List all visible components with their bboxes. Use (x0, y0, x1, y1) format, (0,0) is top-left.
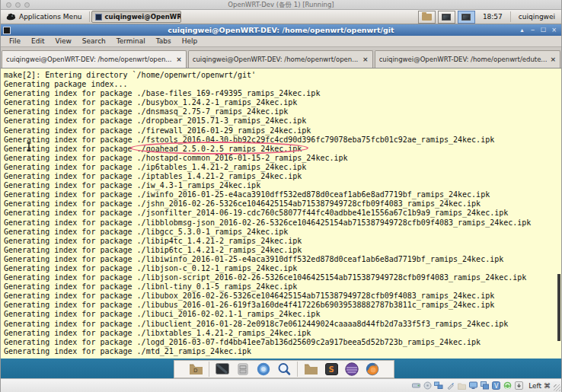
network-icon[interactable] (434, 381, 443, 390)
application-finder-icon[interactable] (276, 362, 292, 377)
tab-close-icon[interactable]: × (362, 56, 369, 63)
terminal-output-line: Generating index for package ./libip4tc_… (4, 237, 561, 246)
panel-user-menu[interactable]: cuiqingwei (513, 13, 561, 21)
terminal-output-line: Generating index for package ./libuclien… (4, 320, 561, 329)
terminal-output-line: Generating index for package ./libip6tc_… (4, 246, 561, 255)
resize-grip[interactable] (554, 384, 560, 391)
firefox-icon[interactable] (365, 362, 380, 377)
terminal-output-line: Generating index for package ./libgcc_5.… (4, 228, 561, 237)
terminal-output-line: Generating index for package ./mtd_21_ra… (4, 347, 561, 356)
display-icon (442, 14, 451, 21)
terminal-output-line: Generating index for package ./libuci_20… (4, 310, 561, 319)
vbox-statusbar: V Left ⌘ (1, 378, 561, 392)
terminal-output-line: Generating index for package ./iwinfo_20… (4, 190, 561, 199)
virtualization-features-icon[interactable]: V (491, 381, 500, 390)
documents-folder-icon[interactable]: D (188, 362, 203, 377)
terminal-tab[interactable]: cuiqingwei@OpenWRT-DEV: /home/openwrt/ed… (375, 50, 560, 68)
panel-clock[interactable]: 18:57 (475, 13, 509, 21)
menu-item[interactable]: Tabs (151, 36, 177, 47)
taskbar-window-button[interactable]: cuiqingwei@OpenWRT-... (91, 11, 181, 23)
shade-button[interactable]: ▴ (519, 24, 525, 36)
dock: D S (174, 360, 394, 378)
mouse-integration-icon[interactable] (503, 381, 512, 390)
terminal-launcher[interactable] (438, 11, 455, 24)
terminal-menubar: File Edit View Search Terminal Tabs Help (1, 36, 561, 47)
tab-label: cuiqingwei@OpenWRT-DEV: /home/openwrt/op… (193, 56, 359, 63)
chromium-browser-icon[interactable] (256, 362, 271, 377)
folder-icon (422, 14, 432, 21)
tab-close-icon[interactable]: × (550, 56, 556, 63)
terminal-tab[interactable]: cuiqingwei@OpenWRT-DEV: /home/openwrt/op… (188, 50, 373, 68)
display-icon[interactable] (468, 381, 477, 390)
terminal-output-line: Generating index for package ./jsonfilte… (4, 209, 561, 218)
keyboard-icon[interactable] (514, 381, 523, 390)
svg-text:V: V (494, 383, 499, 390)
applications-menu-button[interactable]: Applications Menu (1, 10, 88, 24)
terminal-output-line: Generating index for package ./iptables_… (4, 172, 561, 181)
panel-separator (89, 11, 90, 22)
terminal-output-line: Generating index for package ./libiwinfo… (4, 255, 561, 264)
menu-item[interactable]: Search (77, 36, 111, 47)
svg-text:D: D (193, 368, 197, 374)
terminal-output-line: Generating index for package ./busybox_1… (4, 98, 561, 107)
terminal-tabbar: cuiqingwei@OpenWRT-DEV: /home/openwrt/op… (1, 47, 561, 68)
terminal-output-line: Generating index for package ./dropbear_… (4, 116, 561, 126)
terminal-output-line: Generating index for package ./libxtable… (4, 329, 561, 338)
menu-item[interactable]: Edit (26, 36, 49, 47)
terminal-output-line: Generating index for package ./libubus_2… (4, 301, 561, 310)
terminal-output-line: Generating index for package ./ip6tables… (4, 163, 561, 172)
display-icon (461, 14, 471, 21)
dock-separator (297, 362, 298, 377)
menu-item[interactable]: Terminal (111, 36, 151, 47)
file-manager-launcher[interactable] (418, 11, 436, 24)
panel-separator (510, 11, 511, 22)
seamless-mode-icon[interactable] (480, 381, 489, 390)
terminal-output-line: Generating index for package ./dnsmasq_2… (4, 107, 561, 116)
terminal-output-line: Generating index for package ./firewall_… (4, 126, 561, 135)
maximize-button[interactable]: ☐ (540, 24, 547, 36)
minimize-button[interactable]: ‒ (529, 24, 536, 36)
terminal-titlebar[interactable]: cuiqingwei@OpenWRT-DEV: /home/openwrt/op… (1, 24, 561, 36)
archive-manager-icon[interactable] (235, 362, 251, 377)
shared-folders-icon[interactable] (457, 381, 466, 390)
taskbar-window-label: cuiqingwei@OpenWRT-... (105, 13, 181, 21)
xfce-mouse-icon (6, 13, 16, 21)
svg-text:S: S (328, 365, 334, 374)
menu-item[interactable]: File (4, 36, 26, 47)
terminal-output-line: Generating index for package ./libubox_2… (4, 292, 561, 301)
host-key-label: Left ⌘ (528, 382, 551, 390)
text-cursor-icon (26, 142, 32, 151)
terminal-output-line: Generating index for package ./libjson-c… (4, 264, 561, 273)
usb-devices-icon[interactable] (445, 381, 455, 390)
terminal-output-line: Generating package index... (4, 80, 561, 89)
terminal-output-line: Generating index for package ./jshn_2016… (4, 199, 561, 209)
file-manager-folder-icon[interactable] (303, 362, 318, 377)
eclipse-icon[interactable] (344, 362, 359, 377)
menu-item[interactable]: View (50, 36, 77, 47)
terminal-output-line: Generating index for package ./fstools_2… (4, 135, 561, 145)
close-button[interactable]: × (551, 24, 557, 36)
desktop: D S (1, 359, 561, 378)
terminal-output-line: Generating index for package ./base-file… (4, 89, 561, 98)
terminal-output-line: Generating index for package ./libnl-tin… (4, 282, 561, 292)
menu-item[interactable]: Help (177, 36, 203, 47)
vm-window: OpenWRT-Dev (备份 1) [Running] Application… (0, 0, 562, 392)
xfce-panel: Applications Menu cuiqingwei@OpenWRT-...… (1, 10, 561, 24)
terminal-output-line: Generating index for package ./iw_4.3-1_… (4, 181, 561, 190)
applications-menu-label: Applications Menu (19, 13, 82, 21)
terminal-output-line: Generating index for package ./libblobms… (4, 218, 561, 228)
terminal-icon[interactable] (215, 362, 230, 377)
tab-close-icon[interactable]: × (176, 56, 182, 63)
terminal-output[interactable]: make[2]: Entering directory `/home/openw… (1, 68, 561, 359)
terminal-window-icon (3, 27, 11, 34)
terminal-tab[interactable]: cuiqingwei@OpenWRT-DEV: /home/openwrt/op… (2, 50, 187, 68)
terminal-output-line: Generating index for package ./hostapd-c… (4, 154, 561, 163)
terminal-scrollbar-thumb[interactable] (557, 274, 560, 341)
tab-label: cuiqingwei@OpenWRT-DEV: /home/openwrt/op… (6, 56, 173, 63)
dock-separator (209, 362, 209, 377)
terminal-output-line: Generating index for package ./libjson-s… (4, 273, 561, 282)
active-window-launcher[interactable] (458, 11, 475, 24)
sublime-text-icon[interactable]: S (324, 362, 339, 377)
hard-disks-icon[interactable] (411, 381, 420, 390)
optical-drives-icon[interactable] (423, 381, 432, 390)
